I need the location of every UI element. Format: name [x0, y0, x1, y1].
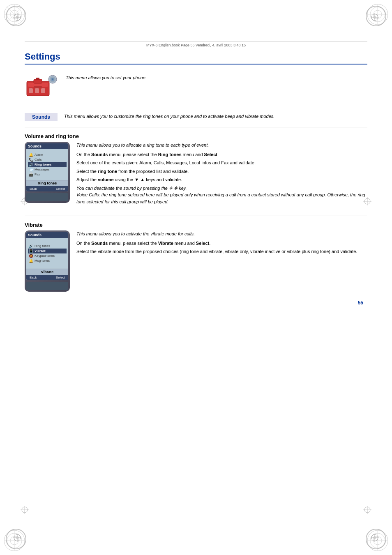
- phone-nav-ring: Back Select: [26, 186, 68, 191]
- volume-ring-section: Volume and ring tone Sounds 🔔 Alarm: [25, 133, 367, 207]
- phone-back-ring: Back: [30, 187, 37, 191]
- svg-rect-53: [36, 78, 39, 80]
- svg-point-35: [367, 4, 388, 25]
- svg-point-42: [10, 537, 18, 545]
- web-bl: [2, 528, 27, 553]
- reg-mark-tl: [13, 13, 21, 21]
- vibrate-content: Sounds 🔊 Ring tones 📳 Vibrate: [25, 230, 367, 292]
- divider-3: [25, 216, 367, 216]
- svg-point-41: [7, 533, 22, 548]
- vibrate-section: Vibrate Sounds 🔊 Ring tones: [25, 222, 367, 292]
- step-3-ring: Select the ring tone from the proposed l…: [76, 168, 367, 175]
- step-1-ring: On the Sounds menu, please select the Ri…: [76, 151, 367, 158]
- phone-vib-item-3: 🔕 Keypad tones: [28, 253, 67, 258]
- svg-point-36: [370, 7, 385, 22]
- corner-decoration-tr: [366, 6, 386, 26]
- phone-vib-item-4: 🔔 Msg tones: [28, 258, 67, 263]
- phone-screen-body-vibrate: 🔊 Ring tones 📳 Vibrate 🔕 Keypad tones: [26, 238, 68, 269]
- svg-line-34: [7, 7, 22, 22]
- step-5-ring: You can deactivate the sound by pressing…: [76, 185, 367, 205]
- phone-display-vibrate: Sounds 🔊 Ring tones 📳 Vibrate: [26, 232, 68, 280]
- divider-2: [25, 127, 367, 127]
- svg-point-7: [374, 16, 376, 18]
- phone-vib-item-1: 🔊 Ring tones: [28, 244, 67, 249]
- svg-rect-54: [34, 86, 42, 88]
- svg-point-40: [4, 530, 25, 551]
- phone-menu-item-4: 📨 Messages: [28, 167, 67, 172]
- phone-screen-body-ring: 🔔 Alarm 📞 Calls 🔊 Ring tones: [26, 149, 68, 180]
- volume-ring-heading: Volume and ring tone: [25, 133, 367, 139]
- phone-display-ring: Sounds 🔔 Alarm 📞 Calls: [26, 143, 68, 191]
- svg-point-61: [52, 78, 53, 80]
- phone-label-ring: Ring tones: [26, 180, 68, 186]
- reg-mark-br: [371, 534, 379, 542]
- page-title: Settings: [25, 51, 367, 64]
- svg-rect-55: [29, 88, 33, 93]
- main-content: Settings: [25, 51, 367, 306]
- svg-point-30: [10, 10, 18, 18]
- reg-mark-bot-left: [21, 506, 29, 514]
- intro-text: This menu allows you to set your phone.: [66, 71, 147, 80]
- phone-screen-header-ring: Sounds: [26, 143, 68, 149]
- phone-label-vibrate: Vibrate: [26, 269, 68, 275]
- svg-point-15: [374, 537, 376, 539]
- step-2-ring: Select one of the events given: Alarm, C…: [76, 159, 367, 166]
- phone-vib-item-2: 📳 Vibrate: [28, 249, 67, 253]
- svg-point-46: [370, 533, 385, 548]
- phone-select-vibrate: Select: [56, 276, 65, 279]
- select-bold-1: Select: [204, 152, 217, 157]
- phone-menu-item-1: 🔔 Alarm: [28, 152, 67, 157]
- page-header: MYX-6 English.book Page 55 Vendredi, 4. …: [25, 41, 367, 47]
- corner-decoration-br: [366, 529, 386, 549]
- page-number-value: 55: [358, 300, 363, 306]
- phone-keypad-vibrate: [26, 282, 68, 290]
- phone-body-ring: Sounds 🔔 Alarm 📞 Calls: [25, 142, 70, 203]
- step-1-vibrate: On the Sounds menu, please select the Vi…: [76, 240, 367, 247]
- svg-point-22: [22, 507, 28, 513]
- phone-keypad-ring: [26, 193, 68, 201]
- web-br: [365, 528, 390, 553]
- phone-menu-items-ring: 🔔 Alarm 📞 Calls 🔊 Ring tones: [26, 152, 68, 178]
- phone-mockup-vibrate: Sounds 🔊 Ring tones 📳 Vibrate: [25, 230, 70, 292]
- vibrate-bold: Vibrate: [158, 241, 173, 246]
- volume-ring-desc: This menu allows you to allocate a ring …: [76, 142, 367, 149]
- phone-menu-item-2: 📞 Calls: [28, 157, 67, 162]
- svg-point-45: [367, 530, 388, 551]
- svg-point-12: [371, 534, 378, 541]
- svg-point-8: [14, 534, 21, 541]
- corner-decoration-bl: [6, 529, 26, 549]
- vibrate-text: This menu allows you to activate the vib…: [76, 230, 367, 257]
- volume-bold: volume: [98, 177, 114, 182]
- sounds-section-header: Sounds This menu allows you to customize…: [25, 113, 367, 121]
- reg-mark-bl: [13, 534, 21, 542]
- step-2-vibrate: Select the vibrate mode from the propose…: [76, 248, 367, 255]
- svg-point-28: [4, 4, 25, 25]
- phone-menu-items-vibrate: 🔊 Ring tones 📳 Vibrate 🔕 Keypad tones: [26, 243, 68, 264]
- web-tr: [365, 2, 390, 27]
- svg-line-33: [7, 7, 22, 22]
- settings-icon: [25, 71, 58, 99]
- phone-back-vibrate: Back: [30, 276, 37, 279]
- svg-point-3: [16, 16, 18, 18]
- volume-ring-content: Sounds 🔔 Alarm 📞 Calls: [25, 142, 367, 207]
- phone-menu-item-5: 📠 Fax: [28, 172, 67, 177]
- corner-decoration-tl: [6, 6, 26, 26]
- reg-mark-bot-right: [363, 506, 371, 514]
- ring-tones-bold: Ring tones: [158, 152, 182, 157]
- svg-point-11: [16, 537, 18, 539]
- svg-point-4: [371, 14, 378, 21]
- reg-mark-tr: [371, 13, 379, 21]
- phone-body-vibrate: Sounds 🔊 Ring tones 📳 Vibrate: [25, 230, 70, 292]
- phone-nav-vibrate: Back Select: [26, 275, 68, 280]
- sounds-bold-1: Sounds: [91, 152, 108, 157]
- svg-point-0: [14, 14, 21, 21]
- svg-rect-56: [35, 88, 39, 93]
- vibrate-desc-italic: This menu allows you to activate the vib…: [76, 230, 367, 237]
- step-4-ring: Adjust the volume using the ▼ ▲ keys and…: [76, 176, 367, 183]
- phone-mockup-ring-tones: Sounds 🔔 Alarm 📞 Calls: [25, 142, 70, 203]
- page-number: 55: [25, 300, 367, 306]
- vibrate-heading: Vibrate: [25, 222, 367, 228]
- svg-point-37: [374, 10, 382, 18]
- svg-point-25: [364, 507, 370, 513]
- svg-point-47: [374, 537, 382, 545]
